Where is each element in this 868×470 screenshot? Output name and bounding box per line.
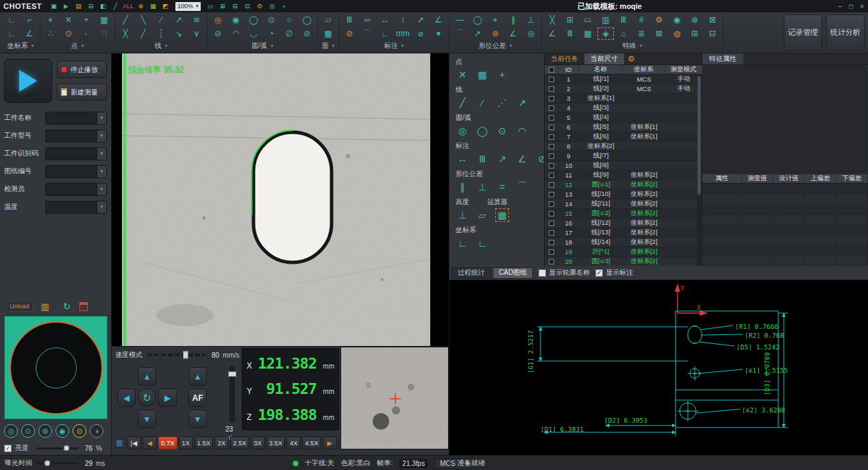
point-intersection-icon[interactable]: ✕	[456, 68, 469, 82]
row-checkbox[interactable]	[549, 115, 554, 121]
toolbar-tool-icon[interactable]: ⊙	[262, 13, 280, 27]
chevron-down-icon[interactable]: ▾	[165, 43, 168, 49]
toolbar-tool-icon[interactable]: ⊕	[686, 13, 704, 27]
perpendicularity-icon[interactable]: ⊥	[475, 180, 489, 194]
chevron-down-icon[interactable]: ▾	[32, 43, 34, 49]
brightness-checkbox[interactable]	[4, 445, 12, 452]
speed-4X-button[interactable]: 4X	[286, 436, 301, 449]
toolbar-tool-icon[interactable]: ⊘	[340, 27, 358, 40]
jog-x-minus-button[interactable]: ◀	[117, 388, 136, 407]
ring-light-outer-icon[interactable]: ◎	[4, 424, 18, 438]
next-step-button[interactable]: ▶	[323, 436, 337, 449]
table-row[interactable]: 14线[/11]坐标系[2]	[545, 199, 702, 209]
toolbar-tool-icon[interactable]: ∠	[430, 13, 447, 27]
speed-1.5X-button[interactable]: 1.5X	[195, 436, 214, 449]
row-checkbox[interactable]	[549, 259, 554, 264]
row-checkbox[interactable]	[549, 125, 554, 130]
table-row[interactable]: 19距[^1]坐标系[2]	[545, 247, 702, 257]
toolbar-tool-icon[interactable]: ◈	[597, 27, 615, 40]
select-all-checkbox[interactable]	[549, 67, 554, 73]
new-measurement-button[interactable]: 新建测量	[57, 84, 107, 101]
close-button[interactable]: ×	[860, 3, 864, 10]
zoom-select[interactable]: 100% ▾	[175, 2, 201, 11]
chevron-down-icon[interactable]: ▾	[332, 43, 335, 49]
toolbar-tool-icon[interactable]: ⌒	[358, 27, 376, 40]
row-checkbox[interactable]	[549, 192, 554, 197]
toolbar-tool-icon[interactable]: ∠	[543, 27, 561, 40]
toolbar-tool-icon[interactable]: ◯	[245, 13, 262, 27]
speed-1X-button[interactable]: 1X	[179, 436, 193, 449]
printer-icon[interactable]: ⊟	[86, 1, 96, 11]
table-row[interactable]: 4线[/3]	[545, 103, 702, 113]
table-row[interactable]: 1线[/1]MCS手动	[545, 75, 702, 84]
previous-step-button[interactable]: ◀	[142, 436, 157, 449]
toolbar-tool-icon[interactable]: ◎	[209, 13, 227, 27]
table-row[interactable]: 7线[/6]坐标系[1]	[545, 132, 702, 142]
play-icon[interactable]: ▶	[61, 1, 71, 11]
globe-icon[interactable]: ◐	[280, 1, 290, 11]
symmetry-icon[interactable]: =	[495, 180, 509, 194]
minimize-button[interactable]: −	[838, 3, 842, 10]
exposure-slider[interactable]	[36, 462, 78, 465]
height-icon[interactable]: ⊥	[456, 208, 469, 222]
dim-vertical-icon[interactable]: Ⅲ	[475, 152, 489, 166]
toolbar-tool-icon[interactable]: ↗	[469, 27, 486, 40]
row-checkbox[interactable]	[549, 144, 554, 149]
toolbar-tool-icon[interactable]: ◯	[469, 13, 486, 27]
table-row[interactable]: 9线[/7]	[545, 151, 702, 161]
row-checkbox[interactable]	[549, 163, 554, 169]
line-vector-icon[interactable]: ↗	[515, 96, 529, 110]
row-checkbox[interactable]	[549, 96, 554, 101]
gear-icon[interactable]: ⚙	[628, 53, 635, 64]
toolbar-tool-icon[interactable]: ↘	[170, 27, 188, 40]
window-icon[interactable]: ▣	[49, 1, 59, 11]
row-checkbox[interactable]	[549, 230, 554, 236]
table-row[interactable]: 15圆[⊙2]坐标系[2]	[545, 209, 702, 219]
toolbar-tool-icon[interactable]: ╱	[134, 27, 152, 40]
circle-scan-icon[interactable]: ◎	[456, 124, 469, 138]
row-checkbox[interactable]	[549, 106, 554, 111]
jog-y-minus-button[interactable]: ▼	[138, 410, 156, 428]
toolbar-tool-icon[interactable]: ▦	[579, 27, 597, 40]
toolbar-tool-icon[interactable]: ∕	[152, 13, 170, 27]
toolbar-tool-icon[interactable]: ∴	[42, 27, 60, 40]
monitor-icon[interactable]: ⊡	[243, 1, 253, 11]
tab-current-dimension[interactable]: 当前尺寸	[584, 53, 624, 64]
toolbar-tool-icon[interactable]: ∷	[95, 27, 113, 40]
row-checkbox[interactable]	[549, 249, 554, 255]
show-contour-names-checkbox[interactable]	[538, 269, 546, 277]
row-checkbox[interactable]	[549, 134, 554, 140]
speed-3X-button[interactable]: 3X	[251, 436, 265, 449]
parallelism-icon[interactable]: ∥	[456, 180, 469, 194]
toolbar-tool-icon[interactable]: ◉	[227, 13, 245, 27]
chevron-down-icon[interactable]: ▾	[640, 43, 643, 49]
table-row[interactable]: 3坐标系[1]	[545, 94, 702, 103]
maximize-button[interactable]: □	[849, 3, 853, 10]
toolbar-tool-icon[interactable]: ⊠	[704, 13, 721, 27]
toolbar-tool-icon[interactable]: ⊥	[522, 13, 540, 27]
toolbar-tool-icon[interactable]: ◍	[668, 27, 686, 40]
tab-current-task[interactable]: 当前任务	[545, 53, 584, 64]
chevron-down-icon[interactable]: ▼	[97, 130, 106, 142]
refresh-icon[interactable]: ↻	[63, 301, 71, 312]
toolbar-tool-icon[interactable]: ∥	[504, 13, 522, 27]
toolbar-tool-icon[interactable]: ◠	[227, 27, 245, 40]
chevron-down-icon[interactable]: ▾	[271, 43, 273, 49]
field-input[interactable]: ▼	[45, 147, 107, 160]
statistics-analysis-button[interactable]: 统计分析	[826, 14, 865, 51]
toolbar-tool-icon[interactable]: ◉	[668, 13, 686, 27]
jog-y-plus-button[interactable]: ▲	[138, 367, 156, 386]
light-off-icon[interactable]: ◑	[90, 424, 103, 438]
row-checkbox[interactable]	[549, 211, 554, 217]
field-input[interactable]: ▼	[45, 201, 107, 214]
split-view-icon[interactable]: ⊞	[218, 1, 228, 11]
toolbar-tool-icon[interactable]: ⊚	[486, 27, 504, 40]
toolbar-tool-icon[interactable]: ╳	[116, 27, 134, 40]
save-icon[interactable]: ▤	[73, 1, 84, 11]
row-checkbox[interactable]	[549, 201, 554, 207]
link-icon[interactable]: ⊕	[136, 1, 146, 11]
toolbar-tool-icon[interactable]: ⌖	[486, 13, 504, 27]
chevron-down-icon[interactable]: ▾	[401, 43, 404, 49]
toolbar-tool-icon[interactable]: ∨	[188, 27, 206, 40]
toolbar-tool-icon[interactable]: ⊞	[561, 13, 579, 27]
